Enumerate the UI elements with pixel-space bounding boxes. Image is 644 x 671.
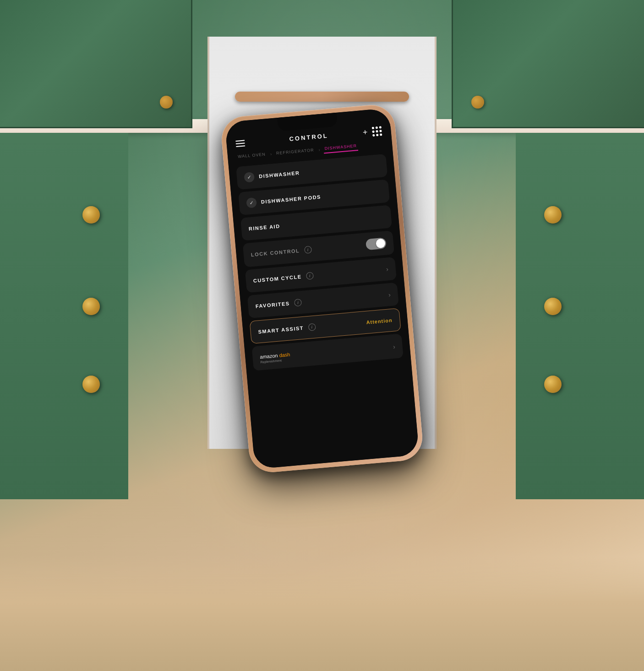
hamburger-menu-icon[interactable] — [235, 140, 245, 147]
chevron-icon-amazon-dash: › — [393, 343, 395, 350]
cabinet-top-left — [0, 0, 192, 128]
app-content: CONTROL + WALL OVEN › REFRIGERATOR — [225, 108, 420, 469]
cabinet-right — [516, 133, 644, 499]
toggle-lock-control[interactable] — [366, 237, 387, 250]
menu-list: ✓ DISHWASHER ✓ DISHWASHER PODS — [229, 153, 419, 469]
cabinet-knob-left-mid — [82, 298, 100, 315]
grid-view-icon[interactable] — [372, 126, 382, 136]
amazon-dash-logo: amazon dash Replenishment — [260, 350, 291, 364]
label-rinse-aid: RINSE AID — [248, 223, 280, 231]
phone-screen: CONTROL + WALL OVEN › REFRIGERATOR — [225, 108, 420, 469]
add-device-icon[interactable]: + — [362, 127, 368, 137]
check-icon-pods: ✓ — [246, 197, 257, 208]
menu-line-2 — [236, 142, 245, 144]
chevron-icon-custom-cycle: › — [386, 265, 388, 273]
cabinet-knob-left-top — [82, 206, 100, 224]
cabinet-left — [0, 133, 128, 499]
menu-line-1 — [235, 140, 245, 142]
top-cabinet-knob-left — [160, 96, 173, 109]
amazon-logo-text: amazon dash Replenishment — [260, 352, 291, 364]
cabinet-knob-left-bot — [82, 376, 100, 393]
info-icon-lock-control[interactable]: i — [304, 246, 311, 254]
cabinet-knob-right-bot — [544, 376, 562, 393]
header-icons: + — [362, 126, 382, 137]
info-icon-custom-cycle[interactable]: i — [306, 272, 314, 280]
label-smart-assist: SMART ASSIST — [258, 325, 304, 335]
cabinet-top-right — [452, 0, 644, 128]
chevron-icon-favorites: › — [388, 291, 391, 298]
cabinet-knob-right-mid — [544, 298, 562, 315]
info-icon-favorites[interactable]: i — [294, 299, 302, 306]
dishwasher-handle — [235, 92, 409, 102]
label-favorites: FAVORITES — [255, 300, 290, 309]
label-dishwasher-pods: DISHWASHER PODS — [261, 194, 321, 204]
phone-frame: CONTROL + WALL OVEN › REFRIGERATOR — [220, 103, 425, 474]
attention-badge: Attention — [366, 317, 393, 325]
check-icon-dishwasher: ✓ — [244, 172, 255, 183]
cabinet-knob-right-top — [544, 206, 562, 224]
floor — [0, 556, 644, 671]
top-cabinet-knob-right — [471, 96, 484, 109]
label-dishwasher: DISHWASHER — [259, 170, 300, 179]
label-custom-cycle: CUSTOM CYCLE — [253, 274, 301, 284]
label-lock-control: LOCK CONTROL — [251, 248, 300, 257]
info-icon-smart-assist[interactable]: i — [308, 323, 316, 331]
phone: CONTROL + WALL OVEN › REFRIGERATOR — [220, 103, 425, 474]
app-title: CONTROL — [289, 132, 328, 142]
toggle-knob-lock-control — [376, 239, 386, 249]
menu-line-3 — [236, 145, 245, 147]
